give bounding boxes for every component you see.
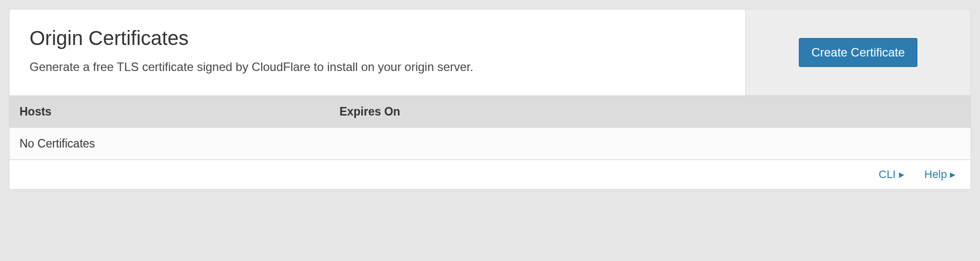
origin-certificates-card: Origin Certificates Generate a free TLS … (9, 9, 971, 190)
card-header: Origin Certificates Generate a free TLS … (10, 10, 970, 96)
table-header-row: Hosts Expires On (10, 96, 970, 128)
cli-link-label: CLI (879, 168, 896, 181)
table-body: No Certificates (10, 128, 970, 160)
empty-state-message: No Certificates (20, 137, 960, 150)
column-header-expires: Expires On (339, 105, 960, 118)
card-header-action: Create Certificate (745, 10, 970, 96)
section-title: Origin Certificates (30, 27, 725, 50)
card-footer: CLI ▶ Help ▶ (10, 160, 970, 189)
chevron-right-icon: ▶ (950, 171, 955, 178)
card-header-main: Origin Certificates Generate a free TLS … (10, 10, 745, 96)
column-header-hosts: Hosts (20, 105, 339, 118)
help-link[interactable]: Help ▶ (924, 168, 955, 181)
create-certificate-button[interactable]: Create Certificate (799, 38, 917, 67)
cli-link[interactable]: CLI ▶ (879, 168, 904, 181)
chevron-right-icon: ▶ (899, 171, 904, 178)
section-description: Generate a free TLS certificate signed b… (30, 58, 725, 76)
help-link-label: Help (924, 168, 947, 181)
